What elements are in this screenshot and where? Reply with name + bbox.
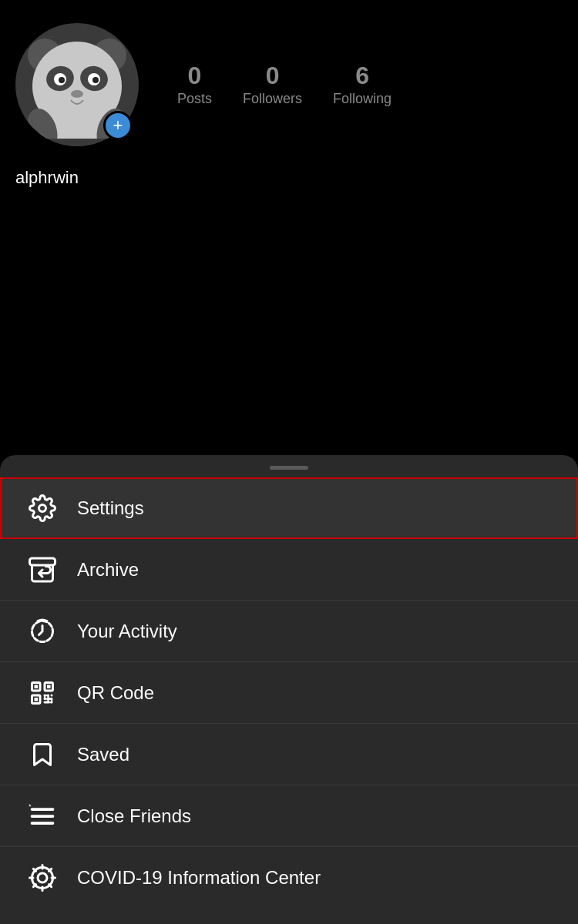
svg-rect-19 [47, 685, 51, 688]
bookmark-icon [23, 735, 62, 774]
menu-item-covid[interactable]: COVID-19 Information Center [0, 847, 578, 909]
activity-icon [23, 612, 62, 651]
svg-point-7 [59, 77, 65, 83]
drag-handle-bar [270, 466, 308, 470]
username-section: alphrwin [0, 162, 578, 203]
menu-item-archive[interactable]: Archive [0, 539, 578, 601]
followers-count: 0 [266, 63, 280, 88]
svg-marker-31 [29, 804, 32, 807]
followers-stat[interactable]: 0 Followers [243, 63, 302, 107]
svg-point-9 [71, 90, 83, 98]
menu-item-close-friends[interactable]: Close Friends [0, 785, 578, 847]
gear-icon [23, 489, 62, 527]
menu-item-settings[interactable]: Settings [0, 477, 578, 539]
avatar-wrapper: + [15, 23, 139, 146]
covid-icon [23, 859, 62, 897]
activity-label: Your Activity [77, 621, 177, 642]
followers-label: Followers [243, 91, 302, 107]
covid-label: COVID-19 Information Center [77, 867, 321, 889]
username: alphrwin [15, 168, 79, 187]
qr-icon [23, 674, 62, 712]
menu-item-saved[interactable]: Saved [0, 724, 578, 785]
following-stat[interactable]: 6 Following [333, 63, 391, 107]
posts-stat[interactable]: 0 Posts [177, 63, 212, 107]
saved-label: Saved [77, 744, 129, 765]
posts-count: 0 [188, 63, 202, 88]
menu-item-qr[interactable]: QR Code [0, 662, 578, 724]
profile-section: + 0 Posts 0 Followers 6 Following [0, 0, 578, 162]
close-friends-icon [23, 797, 62, 835]
svg-point-13 [39, 504, 46, 511]
svg-point-33 [38, 873, 47, 882]
posts-label: Posts [177, 91, 212, 107]
archive-label: Archive [77, 559, 139, 581]
bottom-sheet: Settings Archive Your Activity [0, 455, 578, 924]
svg-point-8 [92, 77, 99, 83]
menu-item-activity[interactable]: Your Activity [0, 601, 578, 662]
archive-icon [23, 551, 62, 589]
following-label: Following [333, 91, 391, 107]
profile-stats: 0 Posts 0 Followers 6 Following [162, 63, 563, 107]
add-story-button[interactable]: + [103, 111, 133, 140]
following-count: 6 [355, 63, 369, 88]
qr-label: QR Code [77, 682, 154, 704]
svg-rect-18 [35, 685, 39, 688]
svg-rect-20 [35, 698, 39, 701]
settings-label: Settings [77, 497, 144, 519]
drag-handle[interactable] [0, 455, 578, 477]
close-friends-label: Close Friends [77, 805, 191, 827]
